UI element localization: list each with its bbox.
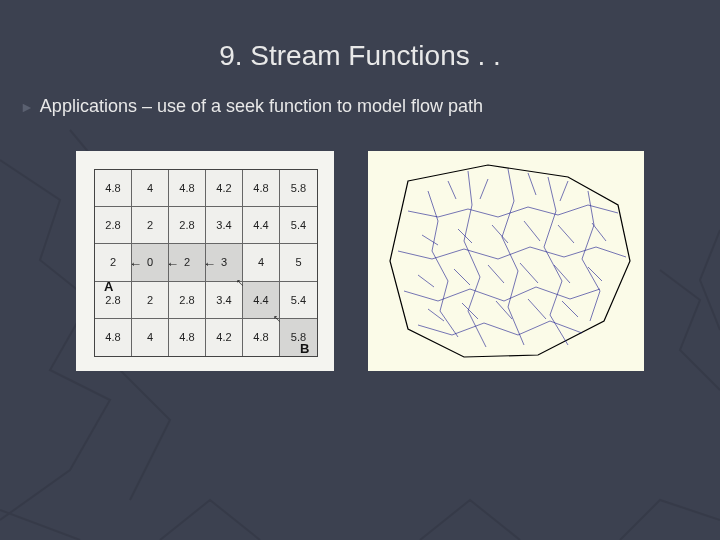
grid-cell: 2.8	[169, 282, 206, 319]
grid-cell: 4.8	[169, 319, 206, 356]
grid-cell: 4.2	[206, 170, 243, 207]
grid-cell: 4.8	[95, 319, 132, 356]
bullet-line: ► Applications – use of a seek function …	[0, 72, 720, 117]
grid-cell: 2	[132, 207, 169, 244]
grid-cell: 4.2	[206, 319, 243, 356]
grid-cell: 3.4	[206, 207, 243, 244]
grid-cell: 5.8	[280, 170, 317, 207]
grid-cell: 2	[169, 244, 206, 281]
figure-elevation-grid: 4.844.84.24.85.82.822.83.44.45.42023452.…	[76, 151, 334, 371]
grid-cell: 4	[132, 170, 169, 207]
grid-cell: 4	[243, 244, 280, 281]
grid-cell: 5	[280, 244, 317, 281]
grid-cell: 3.4	[206, 282, 243, 319]
grid-cell: 4.8	[95, 170, 132, 207]
grid-cell: 2	[95, 244, 132, 281]
grid-cell: 5.8	[280, 319, 317, 356]
grid-cell: 4.4	[243, 207, 280, 244]
grid-cell: 2.8	[169, 207, 206, 244]
slide-title: 9. Stream Functions . .	[0, 0, 720, 72]
grid-cell: 4.8	[169, 170, 206, 207]
figure-drainage-map	[368, 151, 644, 371]
grid-cell: 5.4	[280, 207, 317, 244]
label-b: B	[300, 341, 309, 356]
bullet-text: Applications – use of a seek function to…	[40, 96, 483, 117]
grid-cell: 3	[206, 244, 243, 281]
grid-cell: 5.4	[280, 282, 317, 319]
grid-cell: 4	[132, 319, 169, 356]
grid-cell: 2.8	[95, 207, 132, 244]
label-a: A	[104, 279, 113, 294]
grid-cell: 2.8	[95, 282, 132, 319]
grid-cell: 4.8	[243, 319, 280, 356]
grid-cell: 0	[132, 244, 169, 281]
grid-cell: 2	[132, 282, 169, 319]
bullet-arrow-icon: ►	[20, 99, 34, 115]
grid-cell: 4.4	[243, 282, 280, 319]
grid-cell: 4.8	[243, 170, 280, 207]
